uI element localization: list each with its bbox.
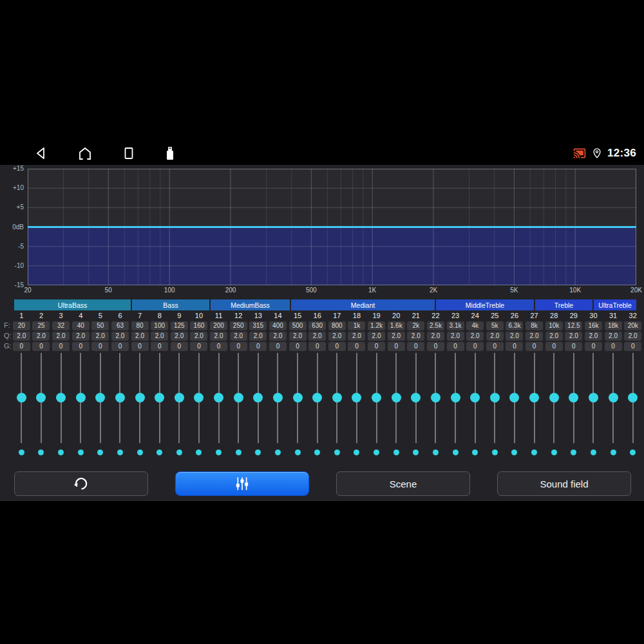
- slider-knob[interactable]: [470, 393, 480, 402]
- band-gain-chip-15[interactable]: 0: [289, 342, 307, 351]
- band-frequency-chip-20[interactable]: 1.6k: [388, 321, 405, 330]
- band-gain-chip-8[interactable]: 0: [151, 342, 168, 351]
- band-slider-5[interactable]: [91, 353, 111, 461]
- band-frequency-chip-26[interactable]: 6.3k: [506, 321, 523, 330]
- band-gain-chip-27[interactable]: 0: [526, 342, 543, 351]
- band-frequency-chip-1[interactable]: 20: [13, 321, 30, 330]
- band-q-chip-21[interactable]: 2.0: [407, 332, 424, 341]
- band-slider-15[interactable]: [288, 353, 308, 461]
- band-q-chip-8[interactable]: 2.0: [151, 332, 168, 341]
- band-slider-17[interactable]: [327, 353, 347, 461]
- slider-knob[interactable]: [332, 393, 342, 402]
- band-gain-chip-30[interactable]: 0: [585, 342, 602, 351]
- band-q-chip-2[interactable]: 2.0: [32, 332, 50, 341]
- band-slider-1[interactable]: [12, 353, 32, 461]
- band-frequency-chip-8[interactable]: 100: [151, 321, 168, 330]
- slider-knob[interactable]: [609, 393, 618, 402]
- band-gain-chip-21[interactable]: 0: [407, 342, 424, 351]
- band-frequency-chip-23[interactable]: 3.1k: [447, 321, 464, 330]
- band-q-chip-26[interactable]: 2.0: [506, 332, 523, 341]
- band-frequency-chip-16[interactable]: 630: [308, 321, 326, 330]
- band-q-chip-5[interactable]: 2.0: [91, 332, 109, 341]
- band-q-chip-15[interactable]: 2.0: [289, 332, 307, 341]
- slider-knob[interactable]: [214, 393, 223, 402]
- band-q-chip-23[interactable]: 2.0: [447, 332, 464, 341]
- band-q-chip-13[interactable]: 2.0: [249, 332, 267, 341]
- slider-knob[interactable]: [76, 393, 86, 402]
- band-gain-chip-2[interactable]: 0: [32, 342, 50, 351]
- slider-knob[interactable]: [589, 393, 598, 402]
- band-q-chip-31[interactable]: 2.0: [605, 332, 622, 341]
- band-slider-21[interactable]: [406, 353, 426, 461]
- slider-knob[interactable]: [273, 393, 283, 402]
- band-frequency-chip-19[interactable]: 1.2k: [368, 321, 385, 330]
- slider-knob[interactable]: [17, 393, 26, 402]
- slider-knob[interactable]: [509, 393, 519, 402]
- band-slider-6[interactable]: [110, 353, 130, 461]
- slider-knob[interactable]: [293, 393, 303, 402]
- band-gain-chip-24[interactable]: 0: [466, 342, 484, 351]
- band-frequency-chip-25[interactable]: 5k: [486, 321, 504, 330]
- band-frequency-chip-29[interactable]: 12.5: [565, 321, 582, 330]
- band-gain-chip-19[interactable]: 0: [368, 342, 385, 351]
- band-frequency-chip-30[interactable]: 16k: [585, 321, 602, 330]
- band-gain-chip-12[interactable]: 0: [230, 342, 247, 351]
- equalizer-button[interactable]: [175, 471, 309, 496]
- band-q-chip-11[interactable]: 2.0: [210, 332, 227, 341]
- band-slider-27[interactable]: [524, 353, 544, 461]
- band-slider-29[interactable]: [564, 353, 584, 461]
- band-q-chip-4[interactable]: 2.0: [72, 332, 90, 341]
- band-q-chip-3[interactable]: 2.0: [52, 332, 70, 341]
- slider-knob[interactable]: [194, 393, 204, 402]
- band-gain-chip-28[interactable]: 0: [545, 342, 563, 351]
- band-gain-chip-14[interactable]: 0: [269, 342, 287, 351]
- slider-knob[interactable]: [372, 393, 381, 402]
- band-frequency-chip-17[interactable]: 800: [328, 321, 346, 330]
- band-gain-chip-32[interactable]: 0: [624, 342, 641, 351]
- slider-knob[interactable]: [115, 393, 125, 402]
- band-q-chip-30[interactable]: 2.0: [585, 332, 602, 341]
- slider-knob[interactable]: [569, 393, 578, 402]
- band-gain-chip-11[interactable]: 0: [210, 342, 227, 351]
- band-q-chip-6[interactable]: 2.0: [111, 332, 129, 341]
- band-slider-26[interactable]: [505, 353, 525, 461]
- band-frequency-chip-7[interactable]: 80: [131, 321, 149, 330]
- band-frequency-chip-31[interactable]: 18k: [605, 321, 622, 330]
- band-gain-chip-3[interactable]: 0: [52, 342, 70, 351]
- band-slider-13[interactable]: [249, 353, 269, 461]
- reset-button[interactable]: [14, 471, 148, 496]
- band-q-chip-7[interactable]: 2.0: [131, 332, 149, 341]
- slider-knob[interactable]: [451, 393, 460, 402]
- band-slider-24[interactable]: [465, 353, 485, 461]
- sound-field-button[interactable]: Sound field: [497, 471, 631, 496]
- slider-knob[interactable]: [234, 393, 243, 402]
- band-gain-chip-6[interactable]: 0: [111, 342, 129, 351]
- band-slider-28[interactable]: [544, 353, 564, 461]
- band-slider-19[interactable]: [366, 353, 386, 461]
- band-gain-chip-7[interactable]: 0: [131, 342, 149, 351]
- slider-knob[interactable]: [135, 393, 145, 402]
- band-gain-chip-20[interactable]: 0: [388, 342, 405, 351]
- band-q-chip-16[interactable]: 2.0: [308, 332, 326, 341]
- band-gain-chip-26[interactable]: 0: [506, 342, 523, 351]
- band-gain-chip-13[interactable]: 0: [249, 342, 267, 351]
- band-slider-4[interactable]: [71, 353, 91, 461]
- band-frequency-chip-2[interactable]: 25: [32, 321, 50, 330]
- band-q-chip-9[interactable]: 2.0: [171, 332, 188, 341]
- back-icon[interactable]: [35, 146, 48, 160]
- band-slider-22[interactable]: [426, 353, 446, 461]
- band-frequency-chip-28[interactable]: 10k: [545, 321, 563, 330]
- band-q-chip-17[interactable]: 2.0: [328, 332, 346, 341]
- slider-knob[interactable]: [392, 393, 401, 402]
- band-frequency-chip-6[interactable]: 63: [111, 321, 129, 330]
- band-q-chip-25[interactable]: 2.0: [486, 332, 504, 341]
- band-gain-chip-16[interactable]: 0: [308, 342, 326, 351]
- band-gain-chip-1[interactable]: 0: [13, 342, 30, 351]
- slider-knob[interactable]: [411, 393, 421, 402]
- band-frequency-chip-24[interactable]: 4k: [466, 321, 484, 330]
- band-frequency-chip-18[interactable]: 1k: [348, 321, 365, 330]
- band-gain-chip-25[interactable]: 0: [486, 342, 504, 351]
- band-q-chip-10[interactable]: 2.0: [190, 332, 207, 341]
- band-frequency-chip-11[interactable]: 200: [210, 321, 227, 330]
- band-gain-chip-23[interactable]: 0: [447, 342, 464, 351]
